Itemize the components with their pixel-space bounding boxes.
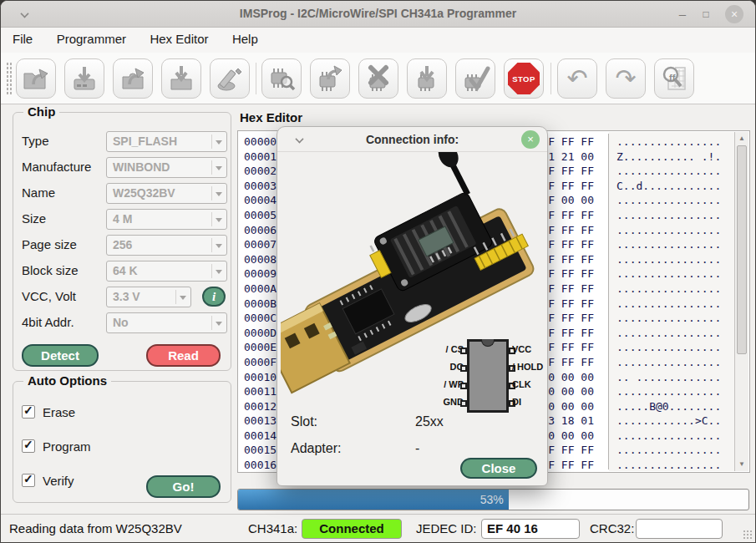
dialog-close-button[interactable]: Close <box>460 458 537 479</box>
progress-bar: 53% <box>237 489 749 510</box>
app-window: IMSProg - I2C/MicroWire/SPI CH341a Progr… <box>0 0 756 543</box>
menu-help[interactable]: Help <box>224 28 266 50</box>
chevron-down-icon <box>216 244 222 248</box>
menu-programmer[interactable]: Programmer <box>48 28 134 50</box>
name-select[interactable]: W25Q32BV <box>106 183 227 204</box>
window-title: IMSProg - I2C/MicroWire/SPI CH341a Progr… <box>1 7 755 20</box>
redo-button[interactable]: ↷ <box>606 58 646 99</box>
title-bar: IMSProg - I2C/MicroWire/SPI CH341a Progr… <box>1 1 755 28</box>
save-part-button[interactable] <box>161 58 201 99</box>
detect-chip-button[interactable] <box>261 58 302 99</box>
menu-bar: File Programmer Hex Editor Help <box>1 28 755 53</box>
jedec-id-field[interactable]: EF 40 16 <box>481 519 580 539</box>
status-bar: Reading data from W25Q32BV CH341a: Conne… <box>1 514 755 542</box>
erase-checkbox[interactable] <box>22 405 35 419</box>
hex-editor-title: Hex Editor <box>240 110 302 124</box>
addr4bit-select[interactable]: No <box>106 312 227 333</box>
auto-options-title: Auto Options <box>23 373 111 388</box>
verify-checkbox[interactable] <box>22 474 35 487</box>
vcc-info-button[interactable]: i <box>202 287 226 307</box>
chip-panel: Chip Type SPI_FLASH Manufacture WINBOND … <box>13 112 231 371</box>
write-chip-button[interactable] <box>407 58 447 99</box>
save-part-icon <box>165 63 197 94</box>
go-button[interactable]: Go! <box>146 475 221 498</box>
stop-button[interactable]: STOP <box>504 58 544 99</box>
verify-chip-button[interactable] <box>455 58 495 99</box>
chip-read-icon <box>314 63 346 94</box>
erase-checkbox-row[interactable]: Erase <box>22 403 75 420</box>
type-select[interactable]: SPI_FLASH <box>106 131 227 152</box>
pinout-chip-body <box>467 339 509 413</box>
edit-pencil-icon <box>214 63 246 94</box>
block-size-select[interactable]: 64 K <box>106 261 227 282</box>
ch341a-status-badge: Connected <box>302 519 402 539</box>
manufacture-label: Manufacture <box>22 160 91 174</box>
block-size-label: Block size <box>22 263 79 277</box>
chip-row-name: Name W25Q32BV <box>22 183 224 204</box>
scroll-down-icon[interactable]: ▼ <box>735 459 748 470</box>
chip-row-manufacture: Manufacture WINBOND <box>22 157 224 178</box>
verify-checkbox-row[interactable]: Verify <box>22 472 74 489</box>
pinout-diagram: / CS DO / WP GND VCC / HOLD CLK DI <box>432 337 545 421</box>
chip-erase-icon <box>363 63 394 94</box>
chevron-down-icon <box>216 140 222 145</box>
menu-file[interactable]: File <box>4 28 41 50</box>
undo-button[interactable]: ↶ <box>557 58 597 99</box>
page-size-select[interactable]: 256 <box>106 235 227 256</box>
toolbar: STOP ↶ ↷ ff <box>1 53 755 104</box>
save-file-button[interactable] <box>64 58 104 99</box>
stop-icon-label: STOP <box>512 74 535 84</box>
jedec-id-label: JEDEC ID: <box>416 521 477 535</box>
maximize-button[interactable]: □ <box>697 6 715 23</box>
read-chip-button[interactable] <box>310 58 350 99</box>
chevron-down-icon <box>216 166 222 170</box>
crc32-label: CRC32: <box>590 521 634 535</box>
dialog-title-bar: Connection info: × <box>277 127 547 152</box>
dialog-close-icon[interactable]: × <box>521 130 540 149</box>
dialog-title: Connection info: <box>277 133 547 146</box>
read-button[interactable]: Read <box>146 344 221 367</box>
toolbar-separator <box>256 63 256 94</box>
scroll-up-icon[interactable]: ▲ <box>735 133 748 145</box>
program-checkbox-row[interactable]: Program <box>22 438 91 454</box>
find-hex-icon-label: ff <box>669 73 675 83</box>
pinout-left-labels: / CS DO / WP GND <box>382 341 464 411</box>
open-file-button[interactable] <box>16 58 56 99</box>
detect-button[interactable]: Detect <box>22 344 99 367</box>
close-window-button[interactable]: × <box>725 5 743 23</box>
toolbar-separator <box>551 63 551 94</box>
chip-row-type: Type SPI_FLASH <box>22 131 224 152</box>
program-checkbox[interactable] <box>22 439 35 453</box>
save-file-icon <box>68 63 100 94</box>
chevron-down-icon <box>216 270 222 274</box>
connection-info-dialog: Connection info: × <box>277 126 548 486</box>
slot-label: Slot: <box>291 414 317 429</box>
chevron-down-icon <box>216 192 222 196</box>
toolbar-grip[interactable] <box>6 62 12 95</box>
hex-scrollbar[interactable]: ▲ ▼ <box>734 132 748 471</box>
open-part-button[interactable] <box>113 58 153 99</box>
vcc-select[interactable]: 3.3 V <box>106 287 191 307</box>
erase-chip-button[interactable] <box>358 58 398 99</box>
scrollbar-thumb[interactable] <box>737 145 747 354</box>
chip-panel-title: Chip <box>23 104 59 119</box>
erase-label: Erase <box>43 405 75 419</box>
auto-options-panel: Auto Options Erase Program Verify Go! <box>13 381 231 503</box>
manufacture-select[interactable]: WINBOND <box>106 157 227 178</box>
size-select[interactable]: 4 M <box>106 209 227 230</box>
status-message: Reading data from W25Q32BV <box>9 521 182 535</box>
open-part-icon <box>117 63 149 94</box>
chip-row-block-size: Block size 64 K <box>22 261 224 282</box>
chevron-down-icon <box>180 296 186 300</box>
type-label: Type <box>22 134 49 148</box>
resize-grip[interactable] <box>743 530 753 540</box>
menu-hex-editor[interactable]: Hex Editor <box>141 28 216 50</box>
adapter-value: - <box>415 441 419 456</box>
edit-buffer-button[interactable] <box>210 58 250 99</box>
size-label: Size <box>22 211 46 226</box>
pinout-right-labels: VCC / HOLD CLK DI <box>512 341 562 411</box>
chip-row-page-size: Page size 256 <box>22 235 224 256</box>
minimize-button[interactable]: – <box>673 6 692 23</box>
find-hex-button[interactable]: ff <box>654 58 694 99</box>
crc32-field[interactable] <box>636 519 723 539</box>
